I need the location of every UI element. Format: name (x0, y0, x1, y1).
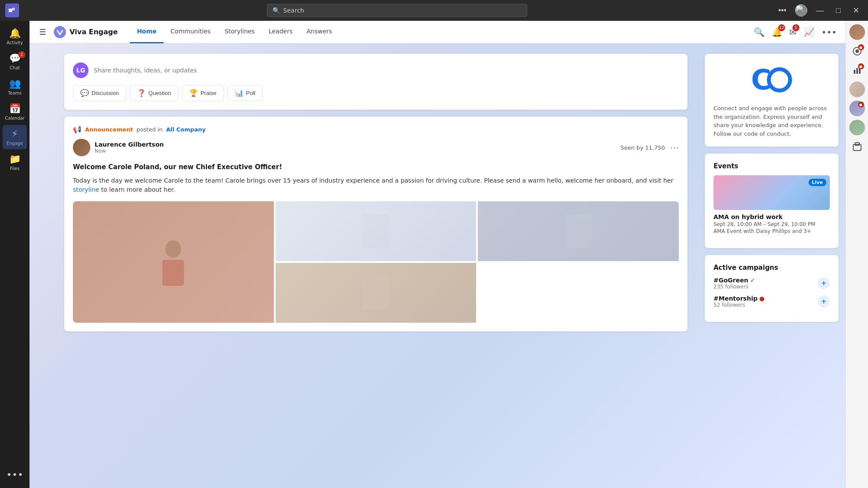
titlebar-controls: ••• — □ ✕ (775, 4, 863, 17)
post-composer: LG Share thoughts, ideas, or updates 💬 D… (64, 54, 687, 110)
post-image-1[interactable] (73, 201, 274, 323)
campaigns-card: Active campaigns #GoGreen ✓ 235 follower… (705, 255, 838, 322)
files-icon: 📁 (9, 154, 21, 164)
discussion-label: Discussion (92, 90, 119, 96)
nav-item-leaders[interactable]: Leaders (262, 21, 299, 43)
poll-button[interactable]: 📊 Poll (227, 85, 263, 101)
nav-item-answers[interactable]: Answers (299, 21, 339, 43)
viva-engage-logo: Viva Engage (54, 26, 118, 38)
campaign-item-mentorship: #Mentorship ● 52 followers + (713, 295, 830, 308)
campaign-item-gogreen: #GoGreen ✓ 235 followers + (713, 277, 830, 290)
post-image-3[interactable] (478, 201, 679, 261)
right-badge-2: ● (858, 63, 864, 69)
right-person-avatar-2[interactable] (849, 82, 865, 97)
post-body-part2: to learn more about her. (101, 186, 175, 193)
follow-mentorship-button[interactable]: + (818, 295, 830, 308)
sidebar-item-label: Chat (10, 66, 20, 70)
discussion-button[interactable]: 💬 Discussion (73, 85, 126, 101)
titlebar-search-bar[interactable]: 🔍 Search (267, 4, 527, 17)
storyline-link[interactable]: storyline (73, 186, 99, 193)
event-date: Sept 28, 10:00 AM – Sept 29, 10:00 PM (713, 221, 830, 227)
search-button[interactable]: 🔍 (752, 25, 766, 39)
mail-button[interactable]: ✉ 5 (788, 25, 799, 39)
more-nav-button[interactable]: ••• (820, 25, 838, 39)
svg-rect-5 (566, 214, 592, 249)
announcement-label: Announcement (85, 126, 133, 133)
event-title[interactable]: AMA on hybrid work (713, 213, 830, 220)
campaign-status-red: ● (759, 295, 764, 302)
activity-icon: 🔔 (9, 28, 21, 39)
feed-column: LG Share thoughts, ideas, or updates 💬 D… (30, 43, 698, 488)
nav-item-storylines[interactable]: Storylines (217, 21, 262, 43)
titlebar: 🔍 Search ••• — □ ✕ (0, 0, 868, 21)
composer-top: LG Share thoughts, ideas, or updates (73, 62, 679, 78)
post-content: Welcome Carole Poland, our new Chief Exe… (73, 163, 679, 194)
post-body-part1: Today is the day we welcome Carole to th… (73, 177, 673, 184)
app-name: Viva Engage (69, 28, 118, 36)
composer-avatar: LG (73, 62, 89, 78)
campaign-followers: 52 followers (713, 302, 765, 308)
event-banner[interactable]: Live (713, 175, 830, 210)
right-user-avatar[interactable] (849, 24, 865, 40)
nav-item-home[interactable]: Home (130, 21, 163, 43)
praise-icon: 🏆 (189, 89, 198, 97)
sidebar-more-button[interactable]: ••• (3, 466, 27, 484)
follow-campaign-button[interactable]: + (818, 277, 830, 289)
top-nav-right: 🔍 🔔 12 ✉ 5 📈 ••• (752, 25, 838, 39)
composer-placeholder[interactable]: Share thoughts, ideas, or updates (94, 67, 197, 74)
sidebar-item-engage[interactable]: ⚡ Engage (3, 125, 27, 149)
post-author-left: Laurence Gilbertson Now (73, 139, 164, 156)
notifications-button[interactable]: 🔔 12 (770, 25, 784, 39)
svg-rect-4 (363, 214, 389, 249)
sidebar-item-label: Files (10, 166, 20, 171)
more-options-button[interactable]: ••• (775, 4, 790, 17)
titlebar-left (5, 3, 19, 17)
right-sidebar: C Connect and engage with people across … (698, 43, 845, 488)
close-button[interactable]: ✕ (849, 4, 863, 17)
analytics-button[interactable]: 📈 (802, 25, 816, 39)
sidebar-item-label: Calendar (5, 116, 25, 121)
poll-label: Poll (246, 90, 256, 96)
author-info: Laurence Gilbertson Now (95, 141, 164, 154)
right-person-button-4[interactable] (849, 120, 865, 135)
right-group-button[interactable] (849, 139, 865, 154)
post-image-4[interactable] (276, 263, 477, 323)
minimize-button[interactable]: — (812, 4, 827, 17)
praise-button[interactable]: 🏆 Praise (182, 85, 224, 101)
sidebar-item-label: Activity (7, 40, 23, 45)
seen-count: Seen by 11,750 (621, 144, 665, 151)
sidebar-item-calendar[interactable]: 📅 Calendar (3, 100, 27, 124)
post-title: Welcome Carole Poland, our new Chief Exe… (73, 163, 679, 171)
nav-item-communities[interactable]: Communities (164, 21, 218, 43)
mail-badge: 5 (792, 24, 799, 31)
question-button[interactable]: ❓ Question (130, 85, 178, 101)
post-more-button[interactable]: ⋯ (670, 142, 679, 153)
right-icon-1[interactable]: ● (849, 43, 865, 59)
maximize-button[interactable]: □ (832, 4, 844, 17)
right-chart-button[interactable]: ● (849, 62, 865, 78)
post-image-2[interactable] (276, 201, 477, 261)
campaigns-title: Active campaigns (713, 264, 830, 272)
campaign-name: #GoGreen ✓ (713, 277, 755, 284)
svg-rect-10 (856, 68, 858, 74)
post-card: 📢 Announcement posted in All Company Lau… (64, 117, 687, 331)
sidebar-item-files[interactable]: 📁 Files (3, 150, 27, 174)
community-link[interactable]: All Company (166, 126, 206, 133)
user-avatar[interactable] (795, 4, 807, 16)
calendar-icon: 📅 (9, 103, 21, 114)
sidebar-item-teams[interactable]: 👥 Teams (3, 75, 27, 99)
campaign-name: #Mentorship ● (713, 295, 765, 302)
praise-label: Praise (201, 90, 217, 96)
community-o-logo (767, 67, 792, 92)
svg-point-1 (54, 26, 66, 38)
right-person-button-3[interactable]: ● (849, 101, 865, 116)
svg-rect-6 (363, 275, 389, 310)
discussion-icon: 💬 (80, 89, 89, 97)
community-card: C Connect and engage with people across … (705, 54, 838, 147)
search-placeholder: Search (283, 7, 304, 14)
sidebar-item-chat[interactable]: 1 💬 Chat (3, 49, 27, 74)
author-avatar (73, 139, 90, 156)
post-time: Now (95, 148, 164, 154)
sidebar-item-activity[interactable]: 🔔 Activity (3, 24, 27, 49)
hamburger-button[interactable]: ☰ (36, 25, 49, 39)
